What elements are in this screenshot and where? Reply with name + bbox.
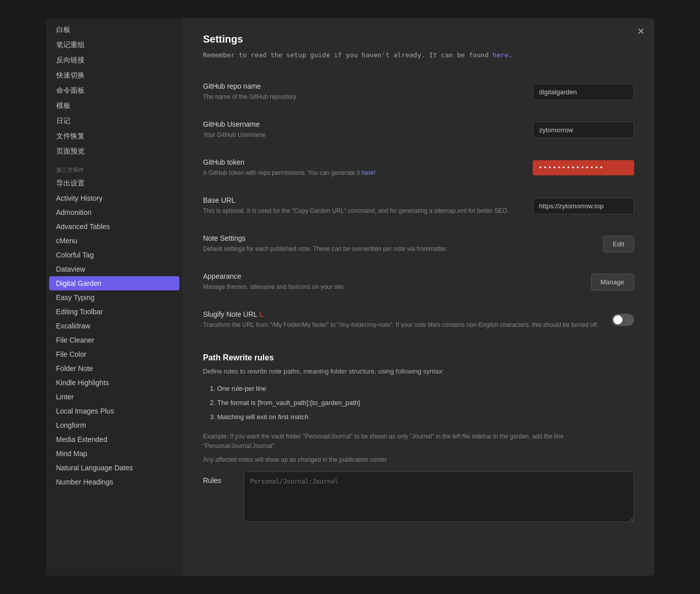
base-url-desc: This is optional. It is used for the "Co… [203, 206, 523, 215]
sidebar-item-longform[interactable]: Longform [46, 418, 182, 432]
sidebar-item-backlink[interactable]: 反向链接 [46, 53, 182, 68]
path-rewrite-heading: Path Rewrite rules [203, 353, 634, 362]
sidebar-item-easy-typing[interactable]: Easy Typing [46, 290, 182, 305]
appearance-row: Appearance Manage themes, sitename and f… [203, 263, 634, 301]
sidebar-item-colorful-tag[interactable]: Colorful Tag [46, 248, 182, 262]
sidebar-item-page-preview[interactable]: 页面预览 [46, 144, 182, 159]
sidebar-item-local-images-plus[interactable]: Local Images Plus [46, 404, 182, 418]
github-token-input[interactable] [533, 160, 634, 175]
sidebar-item-quick-switch[interactable]: 快速切换 [46, 68, 182, 83]
github-repo-label: GitHub repo name [203, 82, 523, 90]
sidebar-item-dataview[interactable]: Dataview [46, 262, 182, 276]
sidebar-item-digital-garden[interactable]: Digital Garden [49, 276, 179, 290]
sidebar-item-file-recovery[interactable]: 文件恢复 [46, 129, 182, 144]
slugify-url-toggle[interactable] [612, 314, 634, 326]
sidebar-item-template[interactable]: 模板 [46, 98, 182, 114]
rules-textarea[interactable] [244, 471, 634, 522]
sidebar-item-export-settings[interactable]: 导出设置 [46, 176, 182, 191]
sidebar-item-activity-history[interactable]: Activity History [46, 191, 182, 205]
sidebar-item-linter[interactable]: Linter [46, 390, 182, 404]
sidebar-item-kindle-highlights[interactable]: Kindle Highlights [46, 376, 182, 390]
base-url-label: Base URL [203, 196, 523, 204]
sidebar-section-label: 第三方插件 [46, 159, 182, 176]
main-content: Settings Remember to read the setup guid… [183, 18, 654, 576]
github-token-row: GitHub token A GitHub token with repo pe… [203, 149, 634, 187]
appearance-desc: Manage themes, sitename and favicons on … [203, 282, 581, 291]
setup-guide-link[interactable]: here. [493, 51, 512, 59]
base-url-input[interactable] [533, 198, 634, 214]
close-button[interactable]: ✕ [635, 25, 647, 38]
sidebar-item-number-headings[interactable]: Number Headings [46, 475, 182, 489]
sidebar-item-file-cleaner[interactable]: File Cleaner [46, 333, 182, 347]
sidebar-item-folder-note[interactable]: Folder Note [46, 361, 182, 376]
github-token-link[interactable]: here! [361, 169, 375, 176]
sidebar: 白板笔记重组反向链接快速切换命令面板模板日记文件恢复页面预览 第三方插件 导出设… [46, 18, 183, 576]
github-repo-row: GitHub repo name The name of the GitHub … [203, 73, 634, 111]
sidebar-item-note-refactor[interactable]: 笔记重组 [46, 38, 182, 53]
sidebar-item-media-extended[interactable]: Media Extended [46, 432, 182, 447]
github-repo-desc: The name of the GitHub repository [203, 92, 523, 101]
slugify-url-label: Slugify Note URLL [203, 310, 602, 318]
github-token-label: GitHub token [203, 158, 523, 166]
slugify-url-desc: Transform the URL from "/My Folder/My No… [203, 320, 602, 329]
setup-guide-text: Remember to read the setup guide if you … [203, 51, 634, 59]
rules-list: One rule-per lineThe format is [from_vau… [217, 382, 634, 424]
example-text-2: Any affected notes will show up as chang… [203, 455, 634, 465]
slugify-url-row: Slugify Note URLL Transform the URL from… [203, 301, 634, 339]
sidebar-item-cmenu[interactable]: cMenu [46, 234, 182, 248]
path-rewrite-desc: Define rules to rewrite note paths, mean… [203, 367, 634, 375]
settings-modal: ✕ 白板笔记重组反向链接快速切换命令面板模板日记文件恢复页面预览 第三方插件 导… [46, 18, 654, 576]
sidebar-item-advanced-tables[interactable]: Advanced Tables [46, 219, 182, 234]
rules-row: Rules [203, 471, 634, 522]
github-username-desc: Your GitHub Username [203, 130, 523, 139]
note-settings-desc: Default settings for each published note… [203, 244, 594, 253]
sidebar-item-file-color[interactable]: File Color [46, 347, 182, 361]
rules-list-item: Matching will exit on first match [217, 411, 634, 424]
github-username-row: GitHub Username Your GitHub Username [203, 111, 634, 149]
example-text-1: Example: If you want the vault folder "P… [203, 432, 634, 451]
sidebar-item-excalidraw[interactable]: Excalidraw [46, 319, 182, 333]
sidebar-item-diary[interactable]: 日记 [46, 114, 182, 129]
note-settings-row: Note Settings Default settings for each … [203, 225, 634, 263]
sidebar-item-natural-language-dates[interactable]: Natural Language Dates [46, 461, 182, 475]
red-indicator: L [260, 310, 264, 318]
appearance-label: Appearance [203, 272, 581, 280]
note-settings-label: Note Settings [203, 234, 594, 242]
github-repo-input[interactable] [533, 84, 634, 100]
github-username-label: GitHub Username [203, 120, 523, 128]
rules-list-item: The format is [from_vault_path]:[to_gard… [217, 396, 634, 410]
appearance-manage-button[interactable]: Manage [591, 274, 634, 290]
toggle-slider [612, 314, 634, 326]
note-settings-edit-button[interactable]: Edit [603, 236, 634, 252]
sidebar-item-admonition[interactable]: Admonition [46, 205, 182, 219]
base-url-row: Base URL This is optional. It is used fo… [203, 187, 634, 225]
sidebar-item-command-palette[interactable]: 命令面板 [46, 83, 182, 98]
sidebar-item-editing-toolbar[interactable]: Editing Toolbar [46, 305, 182, 319]
github-token-desc: A GitHub token with repo permissions. Yo… [203, 168, 523, 177]
settings-title: Settings [203, 33, 634, 45]
rules-label: Rules [203, 471, 234, 485]
sidebar-item-mind-map[interactable]: Mind Map [46, 447, 182, 461]
rules-list-item: One rule-per line [217, 382, 634, 395]
sidebar-item-whiteboard[interactable]: 白板 [46, 22, 182, 38]
github-username-input[interactable] [533, 122, 634, 138]
